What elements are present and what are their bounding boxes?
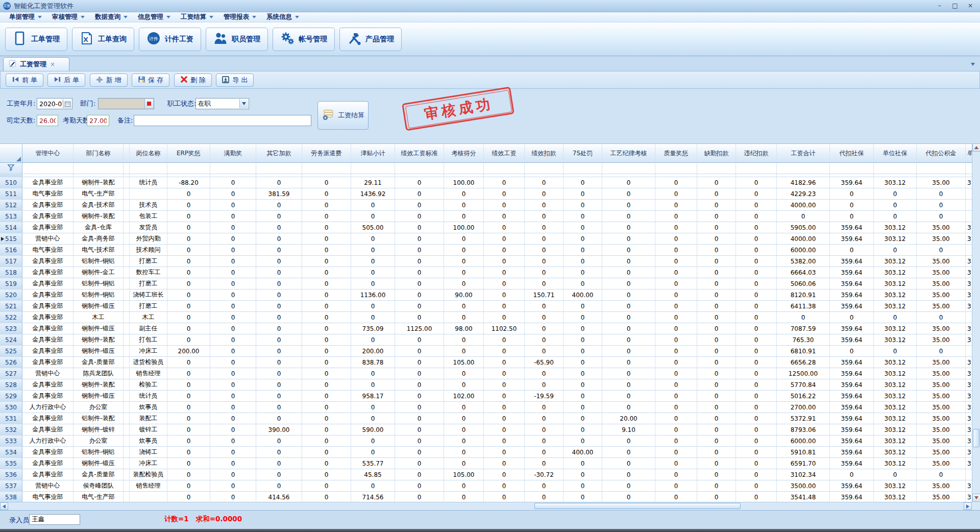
grid-cell[interactable]: 0 xyxy=(167,245,210,256)
grid-cell[interactable]: 0 xyxy=(395,413,444,424)
row-number[interactable]: 517 xyxy=(0,256,22,267)
grid-cell[interactable]: 打磨工 xyxy=(130,278,167,289)
grid-cell[interactable]: 3 xyxy=(966,289,972,301)
grid-cell[interactable]: 359.64 xyxy=(830,413,874,424)
grid-cell[interactable]: 0 xyxy=(602,458,655,469)
grid-cell[interactable]: 0 xyxy=(602,492,655,502)
action-button[interactable]: 新 增 xyxy=(90,74,128,87)
grid-cell[interactable]: 钢制件-锻压 xyxy=(74,391,124,402)
grid-cell[interactable]: 12500.00 xyxy=(777,368,830,379)
grid-cell[interactable] xyxy=(124,312,130,323)
grid-cell[interactable]: 统计员 xyxy=(130,177,167,188)
grid-cell[interactable]: 0 xyxy=(525,233,564,245)
fixed-days-field[interactable] xyxy=(37,115,58,126)
grid-cell[interactable]: 0 xyxy=(395,492,444,502)
grid-cell[interactable]: 0 xyxy=(302,447,351,458)
grid-cell[interactable]: 0 xyxy=(655,436,697,447)
grid-cell[interactable]: 炊事员 xyxy=(130,402,167,413)
grid-cell[interactable]: 3500.00 xyxy=(777,480,830,492)
grid-cell[interactable]: 技术员 xyxy=(130,200,167,211)
scroll-right-arrow-icon[interactable] xyxy=(964,502,972,510)
grid-cell[interactable] xyxy=(124,458,130,469)
grid-cell[interactable]: 钢制件-锻压 xyxy=(74,301,124,312)
grid-cell[interactable]: 0 xyxy=(525,177,564,188)
grid-cell[interactable]: 3 xyxy=(966,267,972,278)
grid-cell[interactable]: 0 xyxy=(351,267,395,278)
grid-cell[interactable]: 359.64 xyxy=(830,233,874,245)
operator-field[interactable] xyxy=(29,514,80,525)
grid-cell[interactable]: 0 xyxy=(256,458,302,469)
grid-cell[interactable]: 0 xyxy=(302,413,351,424)
grid-cell[interactable] xyxy=(124,233,130,245)
grid-cell[interactable] xyxy=(966,188,972,200)
fixed-days-input[interactable] xyxy=(39,117,56,125)
grid-cell[interactable] xyxy=(124,222,130,233)
grid-cell[interactable]: 0 xyxy=(697,368,736,379)
grid-cell[interactable]: 销售经理 xyxy=(130,368,167,379)
attendance-days-input[interactable] xyxy=(89,117,107,125)
grid-cell[interactable]: 0 xyxy=(395,357,444,368)
grid-cell[interactable]: 0 xyxy=(444,233,484,245)
menu-item[interactable]: 信息管理 xyxy=(133,12,176,22)
grid-cell[interactable]: 0 xyxy=(444,480,484,492)
grid-cell[interactable]: 0 xyxy=(444,436,484,447)
grid-cell[interactable]: 4000.00 xyxy=(777,233,830,245)
grid-cell[interactable]: 0 xyxy=(736,402,777,413)
grid-cell[interactable]: 0 xyxy=(697,323,736,334)
column-header[interactable] xyxy=(124,144,130,163)
grid-cell[interactable]: 0 xyxy=(351,379,395,391)
table-row[interactable]: 528金具事业部钢制件-装配检验工000000000000005770.8435… xyxy=(0,379,972,391)
grid-cell[interactable]: 714.56 xyxy=(351,492,395,502)
grid-cell[interactable]: 0 xyxy=(655,222,697,233)
grid-cell[interactable]: 0 xyxy=(564,188,602,200)
grid-cell[interactable]: -19.59 xyxy=(525,391,564,402)
column-header[interactable]: 考核得分 xyxy=(444,144,484,163)
grid-cell[interactable]: 35.00 xyxy=(917,480,966,492)
grid-cell[interactable]: 390.00 xyxy=(256,424,302,436)
tab-list-dropdown[interactable] xyxy=(969,61,977,68)
grid-cell[interactable]: 0 xyxy=(351,312,395,323)
grid-cell[interactable]: 0 xyxy=(602,368,655,379)
grid-cell[interactable]: 金具-商务部 xyxy=(74,233,124,245)
grid-cell[interactable]: 0 xyxy=(697,413,736,424)
grid-cell[interactable]: 0 xyxy=(210,469,256,480)
row-number[interactable]: 532 xyxy=(0,424,22,436)
grid-cell[interactable]: 0 xyxy=(167,200,210,211)
grid-cell[interactable]: 0 xyxy=(302,289,351,301)
grid-cell[interactable]: 3 xyxy=(966,334,972,346)
grid-cell[interactable]: 0 xyxy=(525,278,564,289)
grid-cell[interactable]: 0 xyxy=(444,492,484,502)
grid-cell[interactable]: 0 xyxy=(564,469,602,480)
grid-cell[interactable]: 0 xyxy=(302,480,351,492)
row-number[interactable]: 521 xyxy=(0,301,22,312)
menu-item[interactable]: 单据管理 xyxy=(4,12,47,22)
menu-item[interactable]: 审核管理 xyxy=(47,12,90,22)
filter-cell[interactable] xyxy=(697,163,736,174)
grid-cell[interactable]: 765.30 xyxy=(777,334,830,346)
grid-cell[interactable]: 0 xyxy=(697,256,736,267)
action-button[interactable]: 前 单 xyxy=(6,74,43,87)
table-row[interactable]: 523金具事业部钢制件-锻压副主任0000735.091125.0098.001… xyxy=(0,323,972,334)
grid-cell[interactable]: 0 xyxy=(830,200,874,211)
grid-cell[interactable]: 金具事业部 xyxy=(22,391,74,402)
grid-cell[interactable]: 0 xyxy=(395,222,444,233)
grid-cell[interactable]: 0 xyxy=(302,334,351,346)
grid-cell[interactable]: 0 xyxy=(351,245,395,256)
grid-cell[interactable]: 0 xyxy=(256,357,302,368)
grid-cell[interactable]: 0 xyxy=(395,200,444,211)
filter-funnel-icon[interactable] xyxy=(7,164,15,173)
grid-cell[interactable]: 0 xyxy=(602,357,655,368)
grid-cell[interactable]: 0 xyxy=(777,312,830,323)
grid-cell[interactable]: 0 xyxy=(602,447,655,458)
grid-cell[interactable]: 303.12 xyxy=(874,177,917,188)
filter-cell[interactable] xyxy=(444,163,484,174)
grid-cell[interactable]: 0 xyxy=(210,312,256,323)
grid-cell[interactable]: 0 xyxy=(830,312,874,323)
grid-cell[interactable]: 5905.00 xyxy=(777,222,830,233)
grid-cell[interactable]: 0 xyxy=(444,188,484,200)
action-button[interactable]: 导 出 xyxy=(216,74,254,87)
grid-cell[interactable]: 303.12 xyxy=(874,480,917,492)
grid-cell[interactable]: 0 xyxy=(395,188,444,200)
column-header[interactable]: 管理中心 xyxy=(22,144,74,163)
grid-cell[interactable]: 0 xyxy=(302,379,351,391)
